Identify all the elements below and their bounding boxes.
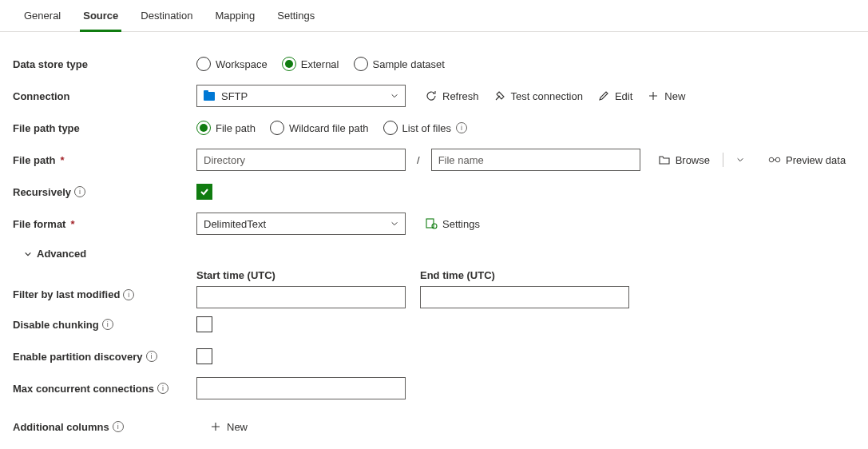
label-disable-chunking: Disable chunking i: [13, 319, 196, 331]
folder-icon: [204, 92, 215, 101]
browse-label: Browse: [676, 154, 710, 166]
end-time-input[interactable]: [420, 286, 629, 308]
info-icon[interactable]: i: [113, 421, 124, 432]
radio-wildcard-label: Wildcard file path: [289, 122, 369, 134]
divider: [723, 153, 723, 167]
row-filter-last-modified: Filter by last modified i Start time (UT…: [13, 269, 855, 308]
row-additional-columns: Additional columns i New: [13, 411, 855, 443]
disable-chunking-checkbox[interactable]: [196, 316, 212, 332]
info-icon[interactable]: i: [157, 383, 168, 394]
advanced-toggle[interactable]: Advanced: [13, 240, 855, 263]
check-icon: [200, 187, 209, 197]
label-recursively: Recursively i: [13, 186, 196, 198]
label-filter-last-modified: Filter by last modified i: [13, 269, 196, 300]
data-store-type-radio-group: Workspace External Sample dataset: [196, 57, 445, 71]
new-connection-button[interactable]: New: [644, 89, 688, 102]
chevron-down-icon: [24, 250, 32, 258]
filename-input[interactable]: [431, 149, 640, 171]
test-connection-icon: [493, 89, 506, 102]
tab-bar: General Source Destination Mapping Setti…: [0, 0, 868, 32]
row-disable-chunking: Disable chunking i: [13, 308, 855, 340]
new-label: New: [664, 90, 685, 102]
tab-general[interactable]: General: [13, 0, 72, 31]
tab-settings[interactable]: Settings: [266, 0, 326, 31]
tab-source[interactable]: Source: [72, 0, 129, 31]
label-connection: Connection: [13, 90, 196, 102]
enable-partition-checkbox[interactable]: [196, 348, 212, 364]
radio-list-of-files[interactable]: List of files i: [383, 121, 467, 135]
radio-sample-label: Sample dataset: [373, 58, 445, 70]
label-end-time: End time (UTC): [420, 269, 629, 281]
path-separator: /: [414, 154, 423, 166]
radio-file-path-label: File path: [216, 122, 256, 134]
advanced-label: Advanced: [37, 248, 86, 260]
svg-point-3: [432, 224, 437, 228]
radio-sample-dataset[interactable]: Sample dataset: [354, 57, 445, 71]
row-max-concurrent: Max concurrent connections i: [13, 372, 855, 404]
info-icon[interactable]: i: [146, 351, 157, 362]
preview-data-button[interactable]: Preview data: [765, 153, 849, 166]
plus-icon: [209, 420, 222, 433]
file-format-value: DelimitedText: [204, 218, 266, 230]
label-file-path: File path*: [13, 154, 196, 166]
svg-point-0: [769, 157, 774, 162]
row-data-store-type: Data store type Workspace External Sampl…: [13, 48, 855, 80]
info-icon[interactable]: i: [123, 289, 134, 300]
svg-rect-2: [426, 219, 434, 228]
row-file-path: File path* / Browse Preview data: [13, 144, 855, 176]
file-format-settings-label: Settings: [442, 218, 480, 230]
svg-point-1: [775, 157, 780, 162]
plus-icon: [647, 89, 660, 102]
radio-external[interactable]: External: [282, 57, 339, 71]
preview-data-label: Preview data: [786, 154, 846, 166]
label-additional-columns: Additional columns i: [13, 421, 196, 433]
radio-list-label: List of files: [402, 122, 451, 134]
refresh-label: Refresh: [442, 90, 479, 102]
info-icon[interactable]: i: [74, 186, 85, 197]
label-data-store-type: Data store type: [13, 58, 196, 70]
browse-folder-icon: [658, 153, 671, 166]
label-max-concurrent: Max concurrent connections i: [13, 383, 196, 395]
recursively-checkbox[interactable]: [196, 184, 212, 200]
info-icon[interactable]: i: [456, 122, 467, 133]
tab-mapping[interactable]: Mapping: [204, 0, 266, 31]
row-file-format: File format* DelimitedText Settings: [13, 208, 855, 240]
row-file-path-type: File path type File path Wildcard file p…: [13, 112, 855, 144]
radio-file-path[interactable]: File path: [196, 121, 256, 135]
connection-select[interactable]: SFTP: [196, 85, 406, 107]
browse-dropdown[interactable]: [733, 156, 747, 164]
label-start-time: Start time (UTC): [196, 269, 406, 281]
info-icon[interactable]: i: [102, 319, 113, 330]
start-time-input[interactable]: [196, 286, 406, 308]
edit-icon: [597, 89, 610, 102]
tab-destination[interactable]: Destination: [129, 0, 204, 31]
max-concurrent-input[interactable]: [196, 377, 406, 399]
preview-icon: [768, 153, 781, 166]
additional-columns-new-label: New: [227, 421, 248, 433]
row-recursively: Recursively i: [13, 176, 855, 208]
radio-workspace[interactable]: Workspace: [196, 57, 268, 71]
label-file-format: File format*: [13, 218, 196, 230]
browse-button[interactable]: Browse: [655, 153, 713, 166]
test-connection-button[interactable]: Test connection: [490, 89, 586, 102]
edit-label: Edit: [615, 90, 632, 102]
connection-value: SFTP: [221, 90, 248, 102]
file-format-select[interactable]: DelimitedText: [196, 213, 406, 235]
edit-connection-button[interactable]: Edit: [594, 89, 636, 102]
radio-wildcard[interactable]: Wildcard file path: [270, 121, 369, 135]
file-path-type-radio-group: File path Wildcard file path List of fil…: [196, 121, 467, 135]
additional-columns-new-button[interactable]: New: [206, 420, 251, 433]
label-enable-partition: Enable partition discovery i: [13, 351, 196, 363]
row-connection: Connection SFTP Refresh Test connection …: [13, 80, 855, 112]
settings-icon: [425, 217, 438, 230]
row-enable-partition: Enable partition discovery i: [13, 340, 855, 372]
source-form: Data store type Workspace External Sampl…: [0, 32, 868, 449]
chevron-down-icon: [390, 220, 398, 228]
chevron-down-icon: [736, 156, 744, 164]
radio-external-label: External: [301, 58, 339, 70]
refresh-button[interactable]: Refresh: [422, 89, 482, 102]
directory-input[interactable]: [196, 149, 406, 171]
file-format-settings-button[interactable]: Settings: [422, 217, 483, 230]
chevron-down-icon: [390, 92, 398, 100]
radio-workspace-label: Workspace: [216, 58, 268, 70]
